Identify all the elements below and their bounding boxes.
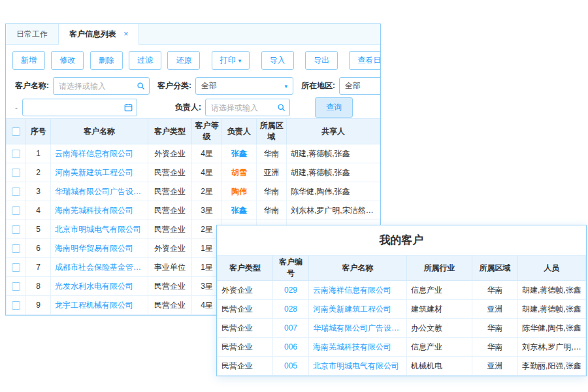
- customer-region: 华南: [257, 182, 287, 201]
- customer-name-link[interactable]: 海南明华贸易有限公司: [51, 239, 148, 258]
- table-row[interactable]: 民营企业 006 海南芜城科技有限公司 信息产业 华南 刘东林,罗广明,宋洁然.…: [218, 338, 586, 357]
- leader-label: 负责人:: [175, 102, 201, 113]
- customer-name-input[interactable]: [53, 77, 150, 95]
- header-row: 客户类型 客户编号 客户名称 所属行业 所属区域 人员: [218, 255, 586, 281]
- calendar-icon[interactable]: [124, 103, 133, 114]
- header-region: 所属区域: [472, 255, 518, 281]
- close-icon[interactable]: ×: [123, 29, 128, 39]
- header-customer-name: 客户名称: [51, 119, 148, 144]
- table-row[interactable]: 民营企业 007 华瑞城有限公司广告设计部 办公文教 华南 陈华健,陶伟,张鑫: [218, 319, 586, 338]
- table-row[interactable]: 1 云南海祥信息有限公司 外资企业 4星 张鑫 华南 胡建,蒋德帧,张鑫: [7, 144, 380, 163]
- filter-button[interactable]: 过滤: [129, 51, 161, 70]
- customer-code-link[interactable]: 006: [273, 338, 309, 357]
- customer-industry: 机械机电: [407, 357, 472, 376]
- customer-name-link[interactable]: 龙宇工程机械有限公司: [51, 296, 148, 315]
- tab-customer-list[interactable]: 客户信息列表 ×: [58, 24, 139, 45]
- query-button[interactable]: 查询: [315, 97, 353, 118]
- checkbox-cell: [7, 296, 26, 315]
- filter-row-2: - 负责人: 查询: [6, 97, 380, 118]
- customer-region: 华南: [472, 281, 518, 300]
- table-row[interactable]: 3 华瑞城有限公司广告设计部 民营企业 2星 陶伟 华南 陈华健,陶伟,张鑫: [7, 182, 380, 201]
- leader-field-wrap: [205, 99, 290, 116]
- checkbox-cell: [7, 277, 26, 296]
- checkbox-cell: [7, 163, 26, 182]
- customer-level: 2星: [192, 182, 222, 201]
- customer-shared: 胡建,蒋德帧,张鑫: [287, 163, 380, 182]
- customer-leader[interactable]: 胡雪: [222, 163, 257, 182]
- table-row[interactable]: 2 河南美新建筑工程公司 民营企业 4星 胡雪 亚洲 胡建,蒋德帧,张鑫: [7, 163, 380, 182]
- customer-name-link[interactable]: 北京市明城电气有限公司: [309, 357, 407, 376]
- delete-button[interactable]: 删除: [90, 51, 123, 70]
- customer-code-link[interactable]: 029: [273, 281, 309, 300]
- customer-level: 3星: [192, 201, 222, 220]
- row-checkbox[interactable]: [12, 225, 20, 234]
- customer-type: 民营企业: [218, 357, 273, 376]
- table-row[interactable]: 民营企业 005 北京市明城电气有限公司 机械机电 亚洲 李勤丽,阳强,张鑫: [218, 357, 586, 376]
- search-icon[interactable]: [137, 82, 145, 92]
- customer-leader[interactable]: 张鑫: [222, 144, 257, 163]
- row-checkbox[interactable]: [12, 301, 20, 310]
- customer-code-link[interactable]: 005: [273, 357, 309, 376]
- customer-name-link[interactable]: 海南芜城科技有限公司: [309, 338, 407, 357]
- region-select[interactable]: 全部 ▾: [339, 77, 381, 95]
- customer-name-link[interactable]: 云南海祥信息有限公司: [51, 144, 148, 163]
- customer-name-link[interactable]: 华瑞城有限公司广告设计部: [309, 319, 407, 338]
- edit-button[interactable]: 修改: [51, 51, 84, 70]
- customer-region: 亚洲: [472, 357, 518, 376]
- date-input[interactable]: [22, 99, 137, 116]
- customer-name-link[interactable]: 光发水利水电有限公司: [51, 277, 148, 296]
- header-customer-level: 客户等级: [192, 119, 222, 144]
- row-checkbox[interactable]: [12, 244, 20, 253]
- customer-leader[interactable]: 陶伟: [222, 182, 257, 201]
- customer-type: 民营企业: [148, 220, 192, 239]
- customer-name-link[interactable]: 河南美新建筑工程公司: [51, 163, 148, 182]
- row-checkbox[interactable]: [12, 188, 20, 196]
- print-button[interactable]: 打印▾: [212, 51, 250, 70]
- customer-table-header: 序号 客户名称 客户类型 客户等级 负责人 所属区域 共享人: [7, 119, 380, 144]
- customer-name-link[interactable]: 成都市社会保险基金管理...: [51, 258, 148, 277]
- customer-type: 民营企业: [148, 201, 192, 220]
- customer-category-select[interactable]: 全部 ▾: [195, 77, 293, 95]
- table-row[interactable]: 民营企业 028 河南美新建筑工程公司 建筑建材 亚洲 胡建,蒋德帧,张鑫: [218, 300, 586, 319]
- checkbox-cell: [7, 220, 26, 239]
- filter-row-1: 客户名称: 客户分类: 全部 ▾ 所在地区: 全部 ▾: [6, 75, 380, 97]
- customer-name-link[interactable]: 河南美新建筑工程公司: [309, 300, 407, 319]
- row-index: 1: [26, 144, 51, 163]
- checkbox-cell: [7, 201, 26, 220]
- customer-type: 外资企业: [148, 144, 192, 163]
- customer-name-link[interactable]: 北京市明城电气有限公司: [51, 220, 148, 239]
- view-log-button[interactable]: 查看日志: [349, 51, 381, 70]
- customer-code-link[interactable]: 028: [273, 300, 309, 319]
- customer-type: 民营企业: [218, 319, 273, 338]
- row-checkbox[interactable]: [12, 169, 20, 177]
- row-checkbox[interactable]: [12, 263, 20, 272]
- customer-industry: 信息产业: [407, 281, 472, 300]
- customer-type: 民营企业: [148, 182, 192, 201]
- checkbox-cell: [7, 258, 26, 277]
- search-icon[interactable]: [277, 103, 286, 114]
- add-button[interactable]: 新增: [12, 51, 45, 70]
- tab-daily-work[interactable]: 日常工作: [6, 24, 58, 44]
- select-all-checkbox[interactable]: [12, 127, 20, 136]
- restore-button[interactable]: 还原: [167, 51, 200, 70]
- customer-name-link[interactable]: 华瑞城有限公司广告设计部: [51, 182, 148, 201]
- row-checkbox[interactable]: [12, 282, 20, 291]
- table-row[interactable]: 4 海南芜城科技有限公司 民营企业 3星 张鑫 华南 刘东林,罗广明,宋洁然,张…: [7, 201, 380, 220]
- customer-code-link[interactable]: 007: [273, 319, 309, 338]
- my-customers-panel: 我的客户 客户类型 客户编号 客户名称 所属行业 所属区域 人员 外资企业 02…: [216, 225, 587, 376]
- customer-leader[interactable]: 张鑫: [222, 201, 257, 220]
- checkbox-cell: [7, 182, 26, 201]
- header-row: 序号 客户名称 客户类型 客户等级 负责人 所属区域 共享人: [7, 119, 380, 144]
- import-button[interactable]: 导入: [261, 51, 294, 70]
- table-row[interactable]: 外资企业 029 云南海祥信息有限公司 信息产业 华南 胡建,蒋德帧,张鑫: [218, 281, 586, 300]
- customer-name-link[interactable]: 海南芜城科技有限公司: [51, 201, 148, 220]
- header-customer-name: 客户名称: [309, 255, 407, 281]
- customer-level: 4星: [192, 163, 222, 182]
- customer-shared: 陈华健,陶伟,张鑫: [287, 182, 380, 201]
- export-button[interactable]: 导出: [305, 51, 338, 70]
- row-checkbox[interactable]: [12, 150, 20, 158]
- customer-level: 4星: [192, 144, 222, 163]
- region-value: 全部: [345, 80, 361, 91]
- row-checkbox[interactable]: [12, 206, 20, 215]
- customer-name-link[interactable]: 云南海祥信息有限公司: [309, 281, 407, 300]
